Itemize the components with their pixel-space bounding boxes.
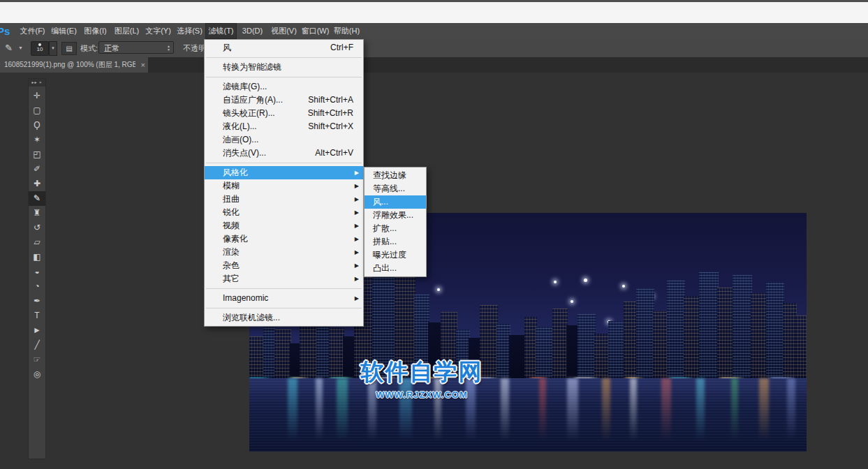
brush-tool[interactable]: ✎: [29, 191, 45, 206]
menubar-item[interactable]: 图像(I): [80, 23, 111, 39]
menu-item-label: Imagenomic: [223, 292, 268, 305]
filter-menu-item[interactable]: 液化(L)...Shift+Ctrl+X: [205, 120, 363, 133]
spinner-arrows-icon[interactable]: ▲▼: [167, 42, 170, 54]
filter-menu-item[interactable]: 风...: [365, 195, 426, 209]
filter-menu-item[interactable]: 模糊▶: [205, 179, 363, 193]
menubar-item[interactable]: 滤镜(T): [205, 23, 237, 39]
menubar-item[interactable]: 视图(V): [268, 23, 300, 39]
filter-menu-item[interactable]: 视频▶: [205, 219, 363, 232]
filter-menu-item[interactable]: 滤镜库(G)...: [205, 80, 363, 94]
pen-tool[interactable]: ✒: [29, 294, 45, 308]
submenu-arrow-icon: ▶: [355, 259, 359, 272]
history-brush-tool[interactable]: ↺: [29, 221, 45, 235]
gradient-tool[interactable]: ◧: [29, 250, 45, 265]
building: [667, 281, 685, 378]
light-streak: [661, 378, 671, 452]
submenu-arrow-icon: ▶: [355, 246, 359, 259]
menu-separator: [206, 77, 362, 77]
dodge-tool[interactable]: ◔: [29, 279, 45, 294]
close-icon[interactable]: ×: [141, 57, 145, 73]
menubar-item[interactable]: 编辑(E): [48, 23, 80, 39]
submenu-arrow-icon: ▶: [355, 206, 359, 219]
marquee-tool[interactable]: ▢: [29, 103, 45, 118]
magic-wand-tool[interactable]: ✶: [29, 133, 45, 147]
filter-menu-item[interactable]: 风格化▶: [205, 166, 363, 179]
filter-menu-item[interactable]: 渲染▶: [205, 246, 363, 259]
filter-menu-item[interactable]: 油画(O)...: [205, 133, 363, 147]
menu-item-label: 像素化: [223, 232, 248, 246]
blur-tool[interactable]: ◒: [29, 265, 45, 279]
type-tool[interactable]: T: [29, 308, 45, 323]
filter-menu-item[interactable]: 消失点(V)...Alt+Ctrl+V: [205, 147, 363, 160]
menu-item-label: 凸出...: [373, 262, 397, 275]
filter-menu-item[interactable]: 浏览联机滤镜...: [205, 311, 363, 325]
lasso-tool[interactable]: Ϙ: [29, 118, 45, 133]
filter-menu-item[interactable]: 浮雕效果...: [365, 209, 426, 222]
menubar-item[interactable]: 选择(S): [174, 23, 205, 39]
filter-menu-item[interactable]: 扩散...: [365, 222, 426, 235]
menu-bar: 文件(F)编辑(E)图像(I)图层(L)文字(Y)选择(S)滤镜(T)3D(D)…: [0, 23, 868, 40]
move-tool[interactable]: ✛: [29, 89, 45, 103]
menubar-item[interactable]: 3D(D): [237, 23, 268, 39]
chevron-down-icon[interactable]: ▼: [49, 41, 57, 56]
light-streak: [337, 378, 348, 452]
brush-preset-icon[interactable]: ✎: [5, 39, 13, 57]
menubar-item[interactable]: 文字(Y): [142, 23, 174, 39]
stylize-submenu: 查找边缘等高线...风...浮雕效果...扩散...拼贴...曝光过度凸出...: [364, 167, 427, 277]
shape-tool[interactable]: ╱: [29, 338, 45, 352]
filter-menu-item[interactable]: 风Ctrl+F: [205, 41, 363, 54]
eyedropper-tool[interactable]: ✐: [29, 162, 45, 177]
healing-brush-tool[interactable]: ✚: [29, 177, 45, 191]
filter-menu-item[interactable]: 拼贴...: [365, 235, 426, 248]
tools-panel-header[interactable]: ▸▸ ×: [29, 79, 45, 87]
filter-menu-item[interactable]: 其它▶: [205, 272, 363, 285]
light-streak: [539, 378, 546, 452]
building: [653, 311, 668, 378]
filter-menu-item[interactable]: 等高线...: [365, 182, 426, 195]
menu-separator: [206, 308, 362, 308]
filter-menu-item[interactable]: 扭曲▶: [205, 193, 363, 206]
photoshop-logo: Ps: [0, 23, 10, 39]
menubar-item[interactable]: 帮助(H): [331, 23, 362, 39]
filter-menu-item[interactable]: 杂色▶: [205, 259, 363, 272]
blend-mode-select[interactable]: 正常 ▲▼: [98, 41, 174, 54]
filter-menu-item[interactable]: 曝光过度: [365, 248, 426, 262]
filter-menu-item[interactable]: 自适应广角(A)...Shift+Ctrl+A: [205, 94, 363, 107]
watermark-text: 软件自学网: [348, 357, 495, 388]
menu-item-label: 渲染: [223, 246, 240, 259]
menubar-items: 文件(F)编辑(E)图像(I)图层(L)文字(Y)选择(S)滤镜(T)3D(D)…: [17, 23, 362, 39]
building: [249, 336, 265, 378]
path-selection-tool[interactable]: ►: [29, 323, 45, 338]
menu-item-label: 视频: [223, 219, 240, 232]
menubar-item[interactable]: 图层(L): [111, 23, 142, 39]
menubar-item[interactable]: 文件(F): [17, 23, 48, 39]
filter-menu-item[interactable]: 锐化▶: [205, 206, 363, 219]
crop-tool[interactable]: ◰: [29, 147, 45, 162]
menubar-item[interactable]: 窗口(W): [300, 23, 331, 39]
building: [578, 314, 596, 378]
filter-menu-item[interactable]: 凸出...: [365, 262, 426, 275]
light-streak: [567, 378, 578, 452]
toggle-brush-panel-button[interactable]: ▤: [61, 42, 77, 55]
filter-menu-item[interactable]: 像素化▶: [205, 232, 363, 246]
menu-item-label: 其它: [223, 272, 240, 285]
clone-stamp-tool[interactable]: ♜: [29, 206, 45, 221]
menu-item-label: 浏览联机滤镜...: [223, 311, 280, 325]
filter-menu-item[interactable]: Imagenomic▶: [205, 292, 363, 305]
filter-menu-item[interactable]: 转换为智能滤镜: [205, 61, 363, 74]
document-tab[interactable]: 1608521999(1).png @ 100% (图层 1, RGB/8) *…: [0, 57, 148, 73]
submenu-arrow-icon: ▶: [355, 272, 359, 285]
chevron-down-icon[interactable]: ▼: [18, 39, 23, 57]
eraser-tool[interactable]: ▱: [29, 235, 45, 250]
menu-separator: [206, 57, 362, 58]
filter-menu-item[interactable]: 镜头校正(R)...Shift+Ctrl+R: [205, 107, 363, 120]
photoshop-window: 文件(F)编辑(E)图像(I)图层(L)文字(Y)选择(S)滤镜(T)3D(D)…: [0, 0, 868, 469]
brush-size-picker[interactable]: 10: [31, 41, 49, 56]
hand-tool[interactable]: ☞: [29, 352, 45, 367]
zoom-tool[interactable]: ◎: [29, 367, 45, 382]
light-streak: [759, 378, 769, 452]
submenu-arrow-icon: ▶: [355, 292, 359, 305]
menu-item-shortcut: Shift+Ctrl+A: [308, 94, 353, 107]
menu-item-label: 扭曲: [223, 193, 240, 206]
filter-menu-item[interactable]: 查找边缘: [365, 169, 426, 182]
